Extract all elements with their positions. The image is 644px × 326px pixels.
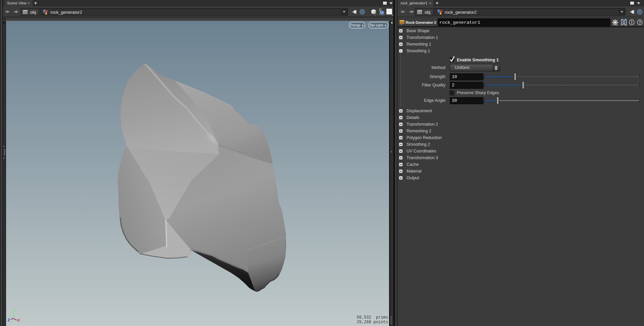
svg-text:?: ? [639, 20, 641, 24]
svg-text:X: X [17, 319, 20, 322]
svg-text:Z: Z [8, 318, 10, 322]
